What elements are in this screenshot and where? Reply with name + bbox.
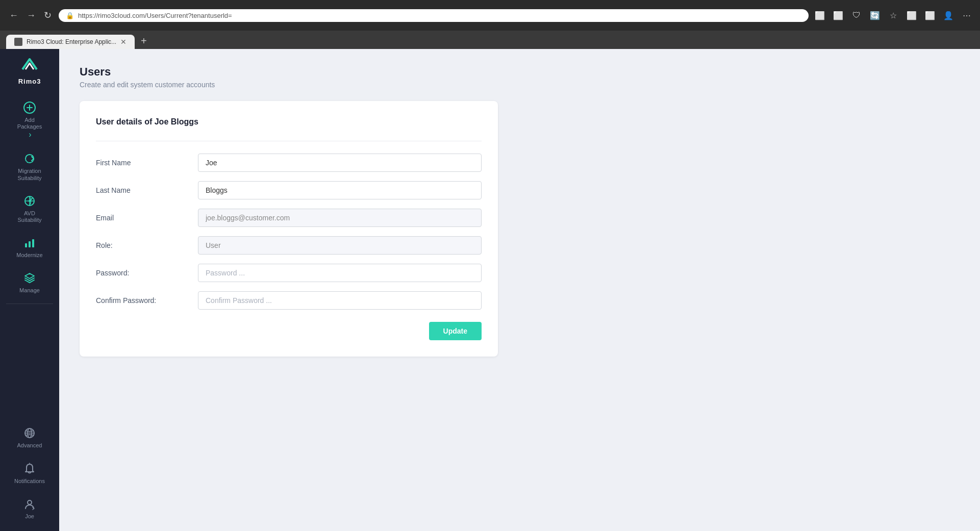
svg-point-7 [29, 200, 31, 202]
form-actions: Update [96, 322, 482, 340]
card-title-username: Joe Bloggs [155, 117, 198, 126]
card-title: User details of Joe Bloggs [96, 117, 482, 127]
browser-chrome: ← → ↻ 🔒 https://rimo3cloud.com/Users/Cur… [0, 0, 980, 31]
back-button[interactable]: ← [6, 8, 21, 23]
last-name-label: Last Name [96, 186, 198, 194]
sidebar-item-avd-suitability[interactable]: AVDSuitability [0, 189, 59, 229]
page-subtitle: Create and edit system customer accounts [80, 81, 960, 89]
bookmark-icon[interactable]: ☆ [886, 8, 900, 22]
sidebar-item-manage[interactable]: Manage [0, 266, 59, 299]
reload-button[interactable]: ↻ [41, 8, 55, 23]
sidebar-item-modernize[interactable]: Modernize [0, 231, 59, 264]
sidebar-item-label-avd: AVDSuitability [17, 210, 41, 223]
role-input [198, 236, 482, 255]
update-button[interactable]: Update [429, 322, 482, 340]
role-row: Role: [96, 236, 482, 255]
sidebar-nav: AddPackages › MigrationSuitability [0, 95, 59, 299]
toolbar-icons: ⬜ ⬜ 🛡 🔄 ☆ ⬜ ⬜ 👤 ⋯ [813, 8, 974, 22]
active-tab[interactable]: Rimo3 Cloud: Enterprise Applic... ✕ [6, 35, 135, 49]
app-container: Rimo3 AddPackages › [0, 49, 980, 531]
first-name-row: First Name [96, 154, 482, 172]
password-row: Password: [96, 264, 482, 282]
page-header: Users Create and edit system customer ac… [80, 65, 960, 89]
email-row: Email [96, 209, 482, 227]
user-arrow-icon [22, 497, 37, 511]
sidebar-item-notifications[interactable]: Notifications [0, 457, 59, 490]
browser-tabs: Rimo3 Cloud: Enterprise Applic... ✕ + [0, 31, 980, 49]
layers-icon [22, 271, 37, 285]
email-label: Email [96, 214, 198, 222]
sidebar-item-label-add-packages: AddPackages [17, 117, 42, 130]
profile-icon[interactable]: ⬜ [831, 8, 845, 22]
svg-point-15 [28, 500, 32, 504]
role-label: Role: [96, 241, 198, 249]
menu-icon[interactable]: ⋯ [960, 8, 974, 22]
password-label: Password: [96, 269, 198, 277]
nav-buttons: ← → ↻ [6, 8, 55, 23]
confirm-password-row: Confirm Password: [96, 291, 482, 310]
rimo3-logo [17, 55, 42, 75]
svg-rect-8 [25, 243, 27, 247]
logo-text: Rimo3 [17, 78, 42, 85]
last-name-row: Last Name [96, 181, 482, 199]
confirm-password-label: Confirm Password: [96, 296, 198, 305]
globe-icon [22, 426, 37, 440]
bell-icon [22, 462, 37, 476]
email-input [198, 209, 482, 227]
lock-icon: 🔒 [66, 12, 74, 19]
migration-icon [22, 151, 37, 166]
user-details-card: User details of Joe Bloggs First Name La… [80, 101, 498, 357]
sidebar-item-user[interactable]: Joe [0, 492, 59, 525]
first-name-label: First Name [96, 159, 198, 167]
page-title: Users [80, 65, 960, 79]
address-bar[interactable]: 🔒 https://rimo3cloud.com/Users/Current?t… [59, 9, 809, 22]
share-icon[interactable]: ⬜ [923, 8, 937, 22]
chevron-right-icon: › [29, 130, 31, 139]
sidebar-divider [6, 304, 54, 304]
forward-button[interactable]: → [23, 8, 39, 23]
sidebar-bottom: Advanced Notifications [0, 421, 59, 525]
avd-icon [22, 194, 37, 208]
form-divider [96, 141, 482, 141]
sidebar-item-migration-suitability[interactable]: MigrationSuitability [0, 146, 59, 186]
sidebar-item-label-advanced: Advanced [17, 442, 42, 449]
extensions-icon[interactable]: ⬜ [813, 8, 827, 22]
url-text: https://rimo3cloud.com/Users/Current?ten… [78, 12, 801, 19]
last-name-input[interactable] [198, 181, 482, 199]
shield-icon[interactable]: 🛡 [849, 8, 864, 22]
sidebar-item-add-packages[interactable]: AddPackages › [0, 95, 59, 144]
user-account-icon[interactable]: 👤 [941, 8, 956, 22]
sidebar-item-label-migration: MigrationSuitability [17, 168, 41, 181]
tab-close-button[interactable]: ✕ [120, 38, 127, 46]
sidebar: Rimo3 AddPackages › [0, 49, 59, 531]
svg-rect-10 [32, 239, 34, 247]
sidebar-item-label-user: Joe [25, 513, 34, 520]
bar-chart-icon [22, 236, 37, 250]
sidebar-item-advanced[interactable]: Advanced [0, 421, 59, 454]
plus-circle-icon [22, 100, 37, 115]
main-content: Users Create and edit system customer ac… [59, 49, 980, 531]
sidebar-item-label-modernize: Modernize [16, 252, 42, 259]
tab-favicon [14, 38, 22, 46]
new-tab-button[interactable]: + [137, 33, 151, 49]
first-name-input[interactable] [198, 154, 482, 172]
sidebar-logo: Rimo3 [17, 55, 42, 85]
tab-title: Rimo3 Cloud: Enterprise Applic... [27, 38, 116, 45]
confirm-password-input[interactable] [198, 291, 482, 310]
sidebar-item-label-manage: Manage [19, 287, 40, 294]
card-title-prefix: User details of [96, 117, 155, 126]
svg-rect-9 [29, 241, 31, 247]
password-input[interactable] [198, 264, 482, 282]
sync-icon[interactable]: 🔄 [868, 8, 882, 22]
sidebar-item-label-notifications: Notifications [14, 478, 45, 485]
network-icon[interactable]: ⬜ [904, 8, 919, 22]
